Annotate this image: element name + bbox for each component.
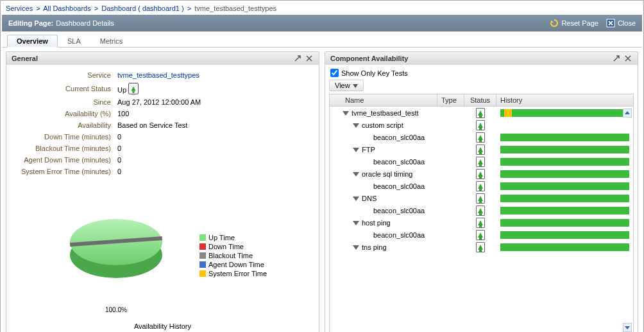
table-row[interactable]: tvme_testbased_testt [330, 107, 633, 119]
legend-label: Agent Down Time [208, 261, 264, 268]
general-panel: General Servicetvme_testbased_testtypes … [6, 51, 319, 332]
row-name: beacon_slc00aa [341, 182, 437, 190]
legend-item: Up Time [199, 234, 267, 241]
tabs: Overview SLA Metrics [2, 31, 642, 48]
history-segment-warning [504, 109, 512, 117]
availability-value: Based on Service Test [115, 120, 311, 130]
reset-page-button[interactable]: Reset Page [550, 19, 598, 28]
row-status [464, 169, 496, 179]
chart-title: Availability History [13, 322, 312, 330]
history-bar [500, 158, 629, 166]
panel-close-icon[interactable] [623, 54, 632, 63]
col-history[interactable]: History [496, 94, 633, 106]
panel-title: General [12, 55, 291, 62]
show-only-checkbox-input[interactable] [330, 69, 339, 77]
legend-label: Blackout Time [208, 252, 253, 259]
since-value: Aug 27, 2012 12:00:00 AM [115, 97, 311, 107]
col-name[interactable]: Name [341, 94, 437, 106]
detach-icon[interactable] [293, 54, 302, 63]
tree-expand-icon[interactable] [353, 245, 359, 250]
editing-label: Editing Page: [8, 19, 53, 27]
row-status [464, 157, 496, 167]
legend-swatch [199, 252, 206, 259]
table-row[interactable]: beacon_slc00aa [330, 131, 633, 143]
availability-pie-chart [65, 197, 167, 300]
history-bar [500, 146, 629, 153]
table-row[interactable]: custom script [330, 119, 633, 131]
status-up-icon [476, 157, 485, 167]
row-status [464, 193, 496, 204]
table-row[interactable]: beacon_slc00aa [330, 180, 633, 192]
tree-expand-icon[interactable] [343, 111, 349, 116]
table-row[interactable]: DNS [330, 192, 633, 204]
close-button[interactable]: Close [606, 19, 636, 28]
history-bar [500, 219, 629, 227]
col-status[interactable]: Status [464, 94, 496, 106]
breadcrumb-link[interactable]: Services [6, 4, 33, 12]
legend-item: Down Time [199, 243, 267, 250]
show-only-key-tests-checkbox[interactable]: Show Only Key Tests [330, 69, 634, 77]
legend-item: System Error Time [199, 270, 267, 277]
tree-expand-icon[interactable] [353, 197, 359, 201]
status-up-icon [476, 132, 485, 143]
table-row[interactable]: oracle sql timing [330, 168, 633, 180]
table-row[interactable]: beacon_slc00aa [330, 204, 633, 216]
history-bar [500, 170, 629, 178]
editing-subtitle: Dashboard Details [56, 19, 114, 27]
component-grid: Name Type Status History tvme_testbased_… [329, 94, 634, 332]
agent-down-time-value: 0 [115, 155, 311, 165]
history-bar [500, 195, 629, 202]
legend-item: Agent Down Time [199, 261, 267, 268]
chevron-down-icon [353, 82, 358, 89]
tab-metrics[interactable]: Metrics [90, 35, 132, 48]
breadcrumb-current: tvme_testbased_testtypes [194, 4, 276, 12]
tree-expand-icon[interactable] [353, 221, 359, 225]
row-status [464, 120, 496, 130]
status-up-icon [476, 205, 485, 216]
history-bar [500, 207, 629, 214]
row-name: DNS [341, 195, 437, 202]
legend-label: System Error Time [208, 270, 267, 277]
down-time-value: 0 [115, 132, 311, 142]
history-bar [500, 182, 629, 190]
table-row[interactable]: beacon_slc00aa [330, 229, 633, 241]
status-up-icon [476, 242, 485, 252]
row-history [496, 243, 633, 251]
row-name: beacon_slc00aa [341, 158, 437, 166]
row-history [496, 134, 633, 141]
legend-label: Down Time [208, 243, 244, 250]
component-availability-panel: Component Availability Show Only Key Tes… [325, 51, 638, 332]
detach-icon[interactable] [612, 54, 621, 63]
pie-pct-label: 100.0% [58, 306, 174, 313]
col-type[interactable]: Type [437, 94, 464, 106]
breadcrumb-link[interactable]: Dashboard ( dashboard1 ) [101, 4, 183, 12]
status-up-icon [476, 230, 485, 240]
service-link[interactable]: tvme_testbased_testtypes [117, 71, 199, 79]
row-status [464, 218, 496, 228]
tab-overview[interactable]: Overview [7, 35, 58, 48]
status-up-icon [476, 120, 485, 130]
row-history [496, 207, 633, 214]
general-details: Servicetvme_testbased_testtypes Current … [13, 69, 312, 178]
panel-close-icon[interactable] [305, 54, 314, 63]
row-name: beacon_slc00aa [341, 134, 437, 141]
legend-item: Blackout Time [199, 252, 267, 259]
table-row[interactable]: host ping [330, 216, 633, 229]
scroll-up-icon[interactable] [623, 109, 632, 118]
status-up-icon [476, 193, 485, 204]
scroll-down-icon[interactable] [623, 323, 632, 332]
reset-icon [550, 19, 559, 28]
row-status [464, 205, 496, 216]
row-history [496, 219, 633, 227]
tab-sla[interactable]: SLA [58, 35, 90, 48]
breadcrumb-link[interactable]: All Dashboards [43, 4, 91, 12]
table-row[interactable]: beacon_slc00aa [330, 155, 633, 168]
tree-expand-icon[interactable] [353, 123, 359, 128]
table-row[interactable]: tns ping [330, 241, 633, 253]
view-menu[interactable]: View [329, 80, 364, 91]
row-status [464, 181, 496, 191]
legend-label: Up Time [208, 234, 235, 241]
tree-expand-icon[interactable] [353, 148, 359, 152]
tree-expand-icon[interactable] [353, 172, 359, 177]
table-row[interactable]: FTP [330, 143, 633, 155]
